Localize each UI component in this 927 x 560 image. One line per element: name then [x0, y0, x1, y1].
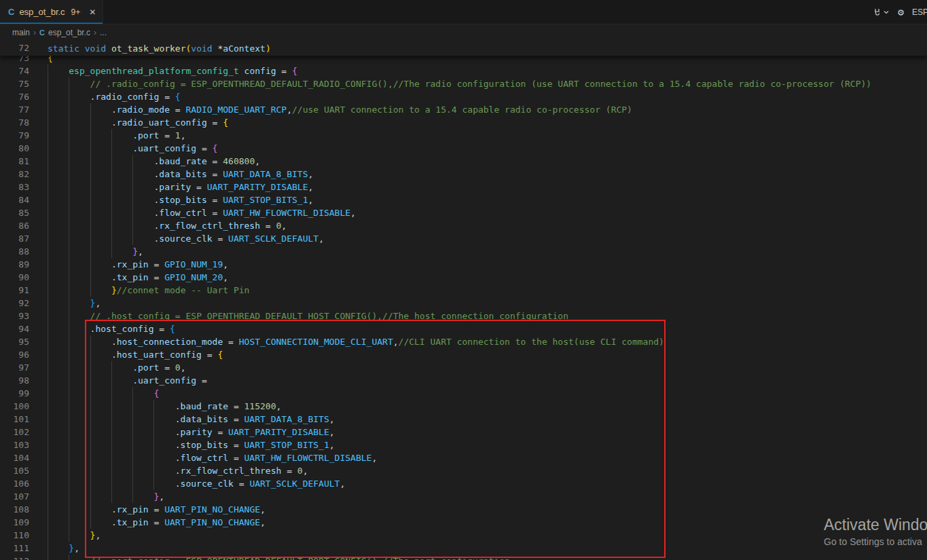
- code-line[interactable]: 84.stop_bits = UART_STOP_BITS_1,: [0, 193, 927, 206]
- indent-guide: [111, 451, 132, 464]
- settings-button[interactable]: ⚙: [898, 6, 904, 18]
- line-number[interactable]: 85: [0, 206, 29, 219]
- code-line[interactable]: 97.port = 0,: [0, 361, 927, 374]
- line-number[interactable]: 92: [0, 297, 29, 310]
- indent-guide: [48, 477, 69, 490]
- line-number[interactable]: 86: [0, 219, 29, 232]
- code-line[interactable]: 86.rx_flow_ctrl_thresh = 0,: [0, 219, 927, 232]
- code-line[interactable]: 82.data_bits = UART_DATA_8_BITS,: [0, 168, 927, 181]
- breadcrumb-symbol[interactable]: ...: [100, 28, 107, 37]
- line-number[interactable]: 103: [0, 438, 29, 451]
- line-number[interactable]: 93: [0, 310, 29, 322]
- code-line[interactable]: 87.source_clk = UART_SCLK_DEFAULT,: [0, 232, 927, 245]
- indent-guide: [69, 193, 90, 206]
- tab-esp-ot-br[interactable]: C esp_ot_br.c 9+ ✕: [0, 0, 103, 24]
- line-number[interactable]: 94: [0, 322, 29, 335]
- code-line[interactable]: 96.host_uart_config = {: [0, 348, 927, 361]
- code-line[interactable]: 109.tx_pin = UART_PIN_NO_CHANGE,: [0, 516, 927, 529]
- breadcrumb-folder[interactable]: main: [12, 28, 30, 37]
- line-number[interactable]: 96: [0, 348, 29, 361]
- code-line[interactable]: 79.port = 1,: [0, 129, 927, 142]
- indent-guide: [90, 438, 111, 451]
- line-number[interactable]: 100: [0, 400, 29, 413]
- code-line[interactable]: 99{: [0, 387, 927, 400]
- line-number[interactable]: 106: [0, 477, 29, 490]
- line-number[interactable]: 76: [0, 90, 29, 103]
- code-line[interactable]: 95.host_connection_mode = HOST_CONNECTIO…: [0, 335, 927, 348]
- code-line[interactable]: 107},: [0, 490, 927, 503]
- code-line[interactable]: 108.rx_pin = UART_PIN_NO_CHANGE,: [0, 503, 927, 516]
- code-line[interactable]: 92},: [0, 297, 927, 310]
- code-line[interactable]: 93// .host_config = ESP_OPENTHREAD_DEFAU…: [0, 310, 927, 322]
- code-line[interactable]: 78.radio_uart_config = {: [0, 116, 927, 129]
- line-number[interactable]: 80: [0, 142, 29, 155]
- line-number[interactable]: 98: [0, 374, 29, 387]
- line-number[interactable]: 90: [0, 271, 29, 284]
- line-number[interactable]: 104: [0, 451, 29, 464]
- run-device-button[interactable]: [872, 7, 890, 18]
- code-line[interactable]: 83.parity = UART_PARITY_DISABLE,: [0, 181, 927, 193]
- code-line[interactable]: 76.radio_config = {: [0, 90, 927, 103]
- line-number[interactable]: 81: [0, 155, 29, 168]
- code-line[interactable]: 106.source_clk = UART_SCLK_DEFAULT,: [0, 477, 927, 490]
- line-number[interactable]: 72: [0, 41, 29, 56]
- code-line[interactable]: 88},: [0, 245, 927, 258]
- code-line[interactable]: 111},: [0, 542, 927, 555]
- indent-guide: [111, 426, 132, 438]
- line-number[interactable]: 111: [0, 542, 29, 555]
- code-line[interactable]: 85.flow_ctrl = UART_HW_FLOWCTRL_DISABLE,: [0, 206, 927, 219]
- code-line[interactable]: 80.uart_config = {: [0, 142, 927, 155]
- line-number[interactable]: 84: [0, 193, 29, 206]
- code-line[interactable]: 110},: [0, 529, 927, 542]
- line-number[interactable]: 109: [0, 516, 29, 529]
- indent-guide: [90, 206, 111, 219]
- code-line[interactable]: 75// .radio_config = ESP_OPENTHREAD_DEFA…: [0, 77, 927, 90]
- line-number[interactable]: 108: [0, 503, 29, 516]
- line-number[interactable]: 88: [0, 245, 29, 258]
- line-number[interactable]: 107: [0, 490, 29, 503]
- code-line[interactable]: 91}//connet mode -- Uart Pin: [0, 284, 927, 297]
- code-line[interactable]: 94.host_config = {: [0, 322, 927, 335]
- line-number[interactable]: 83: [0, 181, 29, 193]
- line-number[interactable]: 101: [0, 413, 29, 426]
- code-line[interactable]: 103.stop_bits = UART_STOP_BITS_1,: [0, 438, 927, 451]
- line-number[interactable]: 110: [0, 529, 29, 542]
- line-number[interactable]: 87: [0, 232, 29, 245]
- code-line[interactable]: 101.data_bits = UART_DATA_8_BITS,: [0, 413, 927, 426]
- code-line[interactable]: 104.flow_ctrl = UART_HW_FLOWCTRL_DISABLE…: [0, 451, 927, 464]
- line-number[interactable]: 99: [0, 387, 29, 400]
- indent-guide: [153, 477, 175, 490]
- line-number[interactable]: 91: [0, 284, 29, 297]
- sticky-scroll-line[interactable]: 72 static void ot_task_worker(void *aCon…: [0, 41, 927, 56]
- line-number[interactable]: 74: [0, 64, 29, 77]
- line-number[interactable]: 95: [0, 335, 29, 348]
- line-number[interactable]: 89: [0, 258, 29, 271]
- line-number[interactable]: 82: [0, 168, 29, 181]
- code-line[interactable]: 90.tx_pin = GPIO_NUM_20,: [0, 271, 927, 284]
- code-editor[interactable]: 73{74esp_openthread_platform_config_t co…: [0, 41, 927, 560]
- close-icon[interactable]: ✕: [89, 7, 96, 17]
- indent-guide: [69, 555, 90, 560]
- code-line[interactable]: 77.radio_mode = RADIO_MODE_UART_RCP,//us…: [0, 103, 927, 116]
- indent-guide: [90, 142, 111, 155]
- line-number[interactable]: 78: [0, 116, 29, 129]
- code-text: .baud_rate = 115200,: [48, 400, 281, 413]
- line-number[interactable]: 97: [0, 361, 29, 374]
- code-line[interactable]: 89.rx_pin = GPIO_NUM_19,: [0, 258, 927, 271]
- line-number[interactable]: 75: [0, 77, 29, 90]
- extension-label[interactable]: ESP-: [912, 7, 927, 17]
- code-line[interactable]: 81.baud_rate = 460800,: [0, 155, 927, 168]
- line-number[interactable]: 79: [0, 129, 29, 142]
- line-number[interactable]: 102: [0, 426, 29, 438]
- code-line[interactable]: 100.baud_rate = 115200,: [0, 400, 927, 413]
- line-number[interactable]: 77: [0, 103, 29, 116]
- breadcrumb-file[interactable]: esp_ot_br.c: [48, 28, 90, 37]
- code-line[interactable]: 74esp_openthread_platform_config_t confi…: [0, 64, 927, 77]
- code-line[interactable]: 102.parity = UART_PARITY_DISABLE,: [0, 426, 927, 438]
- code-line[interactable]: 98.uart_config =: [0, 374, 927, 387]
- indent-guide: [90, 219, 111, 232]
- line-number[interactable]: 112: [0, 555, 29, 560]
- code-line[interactable]: 105.rx_flow_ctrl_thresh = 0,: [0, 464, 927, 477]
- line-number[interactable]: 105: [0, 464, 29, 477]
- code-line[interactable]: 112// .port_config = ESP_OPENTHREAD_DEFA…: [0, 555, 927, 560]
